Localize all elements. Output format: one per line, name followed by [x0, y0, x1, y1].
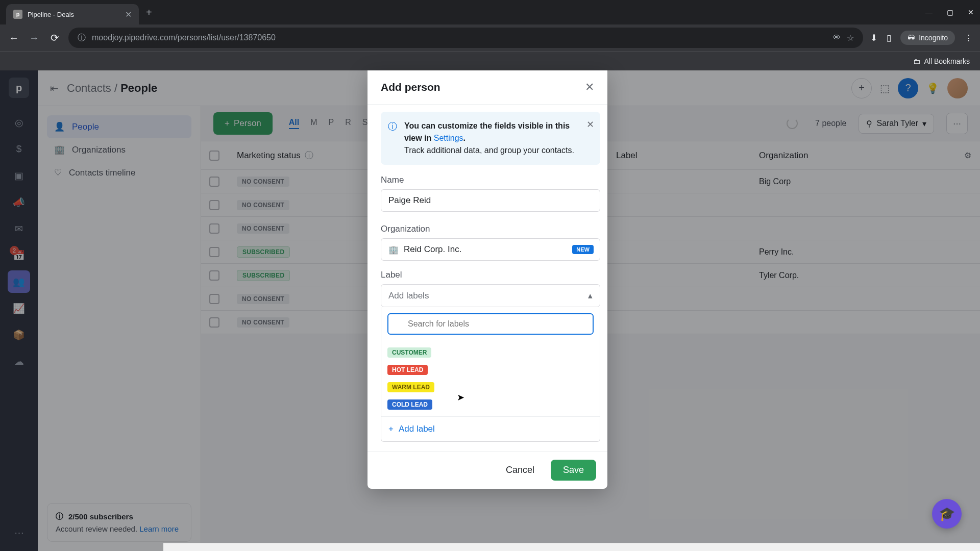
bookmark-star-icon[interactable]: ☆ — [847, 33, 854, 43]
tab-title: Pipeline - Deals — [28, 11, 120, 18]
minimize-icon[interactable]: — — [925, 8, 933, 16]
all-bookmarks-button[interactable]: All Bookmarks — [924, 57, 970, 65]
label-search-input[interactable] — [387, 313, 594, 335]
banner-close-icon[interactable]: ✕ — [586, 118, 594, 132]
settings-link[interactable]: Settings — [434, 134, 463, 142]
reload-button[interactable]: ⟳ — [48, 32, 61, 44]
close-window-icon[interactable]: ✕ — [968, 8, 974, 16]
add-person-modal: Add person ✕ ⓘ ✕ You can customize the f… — [368, 70, 607, 489]
browser-toolbar: ← → ⟳ ⓘ moodjoy.pipedrive.com/persons/li… — [0, 24, 980, 51]
save-button[interactable]: Save — [551, 460, 596, 481]
new-tab-button[interactable]: + — [146, 7, 152, 18]
url-bar[interactable]: ⓘ moodjoy.pipedrive.com/persons/list/use… — [68, 28, 863, 48]
label-options-list: CUSTOMER HOT LEAD WARM LEAD COLD LEAD — [381, 341, 600, 416]
label-option-customer[interactable]: CUSTOMER — [387, 344, 594, 361]
back-button[interactable]: ← — [7, 32, 20, 44]
eye-off-icon[interactable]: 👁 — [832, 33, 841, 42]
forward-button[interactable]: → — [28, 32, 41, 44]
label-field-label: Label — [381, 270, 600, 280]
modal-header: Add person ✕ — [368, 70, 607, 105]
modal-title: Add person — [381, 81, 440, 93]
plus-icon: + — [388, 424, 394, 434]
add-label-button[interactable]: +Add label — [381, 416, 600, 441]
cancel-button[interactable]: Cancel — [497, 460, 544, 481]
name-input[interactable] — [381, 189, 600, 212]
url-text: moodjoy.pipedrive.com/persons/list/user/… — [92, 33, 826, 42]
caret-up-icon: ▴ — [588, 290, 593, 301]
info-banner: ⓘ ✕ You can customize the fields visible… — [381, 112, 600, 165]
incognito-icon: 🕶 — [908, 34, 915, 42]
incognito-badge[interactable]: 🕶 Incognito — [900, 31, 955, 45]
organization-input[interactable]: 🏢 Reid Corp. Inc. NEW — [381, 238, 600, 261]
organization-label: Organization — [381, 224, 600, 234]
tab-favicon: p — [13, 10, 22, 19]
downloads-icon[interactable]: ⬇ — [870, 33, 877, 43]
folder-icon: 🗀 — [913, 57, 920, 65]
site-info-icon[interactable]: ⓘ — [78, 33, 86, 43]
building-icon: 🏢 — [388, 245, 399, 255]
close-icon[interactable]: ✕ — [585, 81, 594, 94]
label-dropdown: 🔍 CUSTOMER HOT LEAD WARM LEAD COLD LEAD … — [381, 307, 600, 442]
label-option-warm[interactable]: WARM LEAD — [387, 379, 594, 396]
new-badge: NEW — [572, 245, 594, 254]
academy-fab[interactable]: 🎓 — [932, 499, 962, 529]
bookmarks-bar: 🗀 All Bookmarks — [0, 51, 980, 70]
modal-body: ⓘ ✕ You can customize the fields visible… — [368, 105, 607, 451]
horizontal-scrollbar[interactable] — [163, 543, 980, 551]
maximize-icon[interactable]: ▢ — [947, 8, 953, 16]
browser-titlebar: p Pipeline - Deals ✕ + — ▢ ✕ — [0, 0, 980, 24]
info-icon: ⓘ — [388, 120, 397, 134]
page-content: p ◎ $ ▣ 📣 ✉ 📅2 👥 📈 📦 ☁ ⋯ ⇤ Contacts / Pe… — [0, 70, 980, 551]
name-label: Name — [381, 175, 600, 185]
window-controls: — ▢ ✕ — [925, 8, 974, 16]
label-select[interactable]: Add labels ▴ — [381, 284, 600, 307]
modal-footer: Cancel Save — [368, 451, 607, 489]
label-option-hot[interactable]: HOT LEAD — [387, 361, 594, 379]
tab-close-icon[interactable]: ✕ — [125, 10, 132, 19]
reader-icon[interactable]: ▯ — [887, 33, 891, 43]
label-option-cold[interactable]: COLD LEAD — [387, 396, 594, 413]
browser-menu-icon[interactable]: ⋮ — [964, 33, 973, 43]
browser-tab[interactable]: p Pipeline - Deals ✕ — [6, 4, 139, 24]
